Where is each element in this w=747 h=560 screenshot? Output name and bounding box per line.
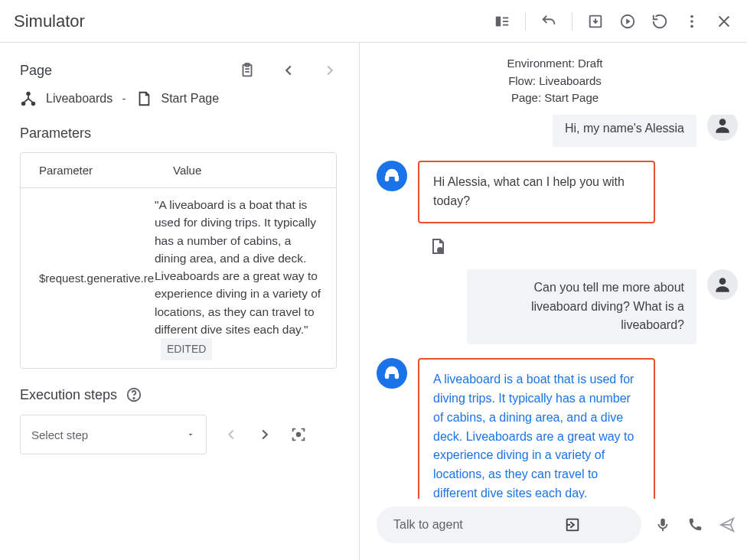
divider xyxy=(525,12,526,31)
chevron-down-icon xyxy=(186,430,195,439)
parameter-name: $request.generative.res xyxy=(21,188,155,368)
agent-message-row: Hi Alessia, what can I help you with tod… xyxy=(377,161,738,223)
agent-message: A liveaboard is a boat that is used for … xyxy=(418,358,655,499)
header-toolbar xyxy=(493,12,733,31)
table-row[interactable]: $request.generative.res "A liveaboard is… xyxy=(21,188,336,368)
left-panel: Page Liveaboards - Start xyxy=(0,43,360,560)
focus-icon[interactable] xyxy=(289,425,308,444)
svg-rect-21 xyxy=(396,176,399,181)
svg-rect-26 xyxy=(396,373,399,378)
page-section-label: Page xyxy=(20,63,52,79)
mic-icon[interactable] xyxy=(654,516,672,534)
page-icon xyxy=(135,90,152,107)
prev-page-icon[interactable] xyxy=(279,61,298,80)
panel-toggle-icon[interactable] xyxy=(493,12,511,31)
step-next-icon[interactable] xyxy=(256,425,274,444)
flow-icon xyxy=(20,90,37,107)
agent-avatar-icon xyxy=(377,161,407,191)
column-header-value: Value xyxy=(155,153,220,187)
attachment-icon[interactable]: i xyxy=(429,237,738,256)
reset-icon[interactable] xyxy=(651,12,669,31)
user-message: Can you tell me more about liveaboard di… xyxy=(467,269,696,344)
user-message-row: Hi, my name's Alessia xyxy=(377,115,738,148)
svg-point-18 xyxy=(297,433,301,437)
svg-point-24 xyxy=(719,278,726,285)
step-prev-icon[interactable] xyxy=(222,425,240,444)
undo-icon[interactable] xyxy=(540,12,558,31)
select-placeholder: Select step xyxy=(31,428,88,441)
divider xyxy=(572,12,572,31)
help-icon[interactable] xyxy=(125,386,143,404)
svg-point-8 xyxy=(690,24,693,28)
submit-inline-icon[interactable] xyxy=(513,516,632,534)
app-title: Simulator xyxy=(14,11,85,31)
parameters-table: Parameter Value $request.generative.res … xyxy=(20,152,337,369)
agent-message: Hi Alessia, what can I help you with tod… xyxy=(418,161,655,223)
user-message-row: Can you tell me more about liveaboard di… xyxy=(377,269,738,344)
svg-rect-0 xyxy=(496,16,501,26)
svg-rect-20 xyxy=(386,176,389,181)
save-icon[interactable] xyxy=(586,12,605,31)
next-page-icon[interactable] xyxy=(321,61,339,80)
parameters-label: Parameters xyxy=(20,125,339,142)
user-message: Hi, my name's Alessia xyxy=(553,115,696,148)
agent-message-row: A liveaboard is a boat that is used for … xyxy=(377,358,738,499)
execution-steps-label: Execution steps xyxy=(20,387,117,403)
agent-avatar-icon xyxy=(377,358,407,389)
close-icon[interactable] xyxy=(715,12,733,31)
svg-point-17 xyxy=(133,398,134,399)
environment-info: Environment: Draft Flow: Liveaboards Pag… xyxy=(377,55,747,107)
svg-point-19 xyxy=(719,119,726,125)
svg-rect-25 xyxy=(386,373,389,378)
breadcrumb-separator: - xyxy=(122,92,126,106)
talk-to-agent-input[interactable]: Talk to agent xyxy=(377,506,641,543)
svg-point-6 xyxy=(690,15,693,18)
breadcrumb-flow[interactable]: Liveaboards xyxy=(46,92,113,106)
svg-point-7 xyxy=(690,20,693,23)
user-avatar-icon xyxy=(707,269,738,300)
select-step-dropdown[interactable]: Select step xyxy=(20,415,207,454)
more-icon[interactable] xyxy=(683,12,701,31)
send-icon[interactable] xyxy=(718,516,736,534)
play-icon[interactable] xyxy=(618,12,637,31)
breadcrumb-page[interactable]: Start Page xyxy=(161,92,220,106)
parameter-value: "A liveaboard is a boat that is used for… xyxy=(155,188,336,368)
svg-point-13 xyxy=(26,92,31,96)
phone-icon[interactable] xyxy=(686,516,704,534)
user-avatar-icon xyxy=(707,115,738,141)
svg-rect-29 xyxy=(661,519,665,526)
column-header-parameter: Parameter xyxy=(21,153,155,187)
breadcrumb: Liveaboards - Start Page xyxy=(20,90,339,107)
chat-panel: Environment: Draft Flow: Liveaboards Pag… xyxy=(360,43,747,560)
edited-badge: EDITED xyxy=(161,338,212,360)
input-placeholder: Talk to agent xyxy=(393,518,513,532)
clipboard-icon[interactable] xyxy=(238,61,256,80)
